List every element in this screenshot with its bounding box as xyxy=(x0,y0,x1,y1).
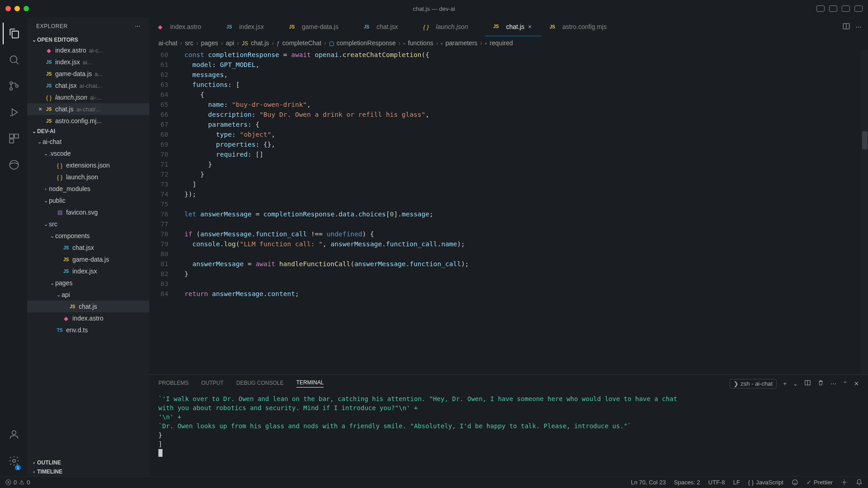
editor-tab[interactable]: ◆index.astro× xyxy=(149,17,218,36)
explorer-icon[interactable] xyxy=(3,23,24,44)
more-actions-icon[interactable]: ⋯ xyxy=(856,24,862,30)
extensions-icon[interactable] xyxy=(3,128,24,149)
breadcrumb-item[interactable]: ▢ completionResponse xyxy=(329,39,396,47)
toggle-primary-sidebar-icon[interactable] xyxy=(816,5,825,12)
breadcrumb-item[interactable]: ▫ functions xyxy=(403,39,433,47)
maximize-window-button[interactable] xyxy=(24,6,29,11)
code-line[interactable]: } xyxy=(176,169,868,179)
breadcrumb-item[interactable]: ▫ required xyxy=(485,39,513,47)
open-editor-item[interactable]: ×JSchat.jsxai-chat... xyxy=(27,80,149,91)
customize-layout-icon[interactable] xyxy=(854,5,863,12)
open-editor-item[interactable]: ×{ }launch.jsonai-... xyxy=(27,91,149,103)
open-editor-item[interactable]: ×JSgame-data.jsa... xyxy=(27,68,149,80)
kill-terminal-icon[interactable] xyxy=(817,379,824,388)
terminal-dropdown-icon[interactable]: ⌄ xyxy=(793,380,798,387)
toggle-secondary-sidebar-icon[interactable] xyxy=(842,5,850,12)
search-icon[interactable] xyxy=(3,49,24,71)
open-editor-item[interactable]: ×◆index.astroai-c... xyxy=(27,44,149,56)
cursor-position[interactable]: Ln 70, Col 23 xyxy=(631,479,666,486)
editor-tab[interactable]: JSchat.js× xyxy=(485,17,541,36)
breadcrumbs[interactable]: ai-chat›src›pages›api›JS chat.js›ƒ compl… xyxy=(149,36,868,50)
editor-tab[interactable]: JSastro.config.mjs× xyxy=(542,17,624,36)
folder-item[interactable]: ⌄pages xyxy=(27,277,149,289)
close-editor-icon[interactable]: × xyxy=(36,105,44,113)
terminal-selector[interactable]: ❯ zsh - ai-chat xyxy=(730,379,777,388)
source-control-icon[interactable] xyxy=(3,75,24,97)
code-line[interactable]: return answerMessage.content; xyxy=(176,289,868,299)
code-line[interactable]: type: "object", xyxy=(176,129,868,139)
folder-item[interactable]: ›node_modules xyxy=(27,183,149,195)
editor-tab[interactable]: JSgame-data.js× xyxy=(281,17,356,36)
settings-icon[interactable]: 1 xyxy=(3,450,24,472)
file-item[interactable]: TSenv.d.ts xyxy=(27,324,149,336)
code-line[interactable]: } xyxy=(176,159,868,169)
close-tab-icon[interactable]: × xyxy=(528,23,535,30)
tab-debug-console[interactable]: DEBUG CONSOLE xyxy=(236,380,284,388)
indentation[interactable]: Spaces: 2 xyxy=(674,479,700,486)
editor-tab[interactable]: JSindex.jsx× xyxy=(218,17,281,36)
code-content[interactable]: const completionResponse = await openai.… xyxy=(176,50,868,374)
open-editor-item[interactable]: ×JSastro.config.mj... xyxy=(27,115,149,127)
accounts-icon[interactable] xyxy=(3,424,24,445)
editor-tab[interactable]: { }launch.json× xyxy=(415,17,485,36)
file-item[interactable]: JSindex.jsx xyxy=(27,265,149,277)
close-panel-icon[interactable]: ✕ xyxy=(854,380,859,387)
run-debug-icon[interactable] xyxy=(3,101,24,123)
file-item[interactable]: ▧favicon.svg xyxy=(27,206,149,218)
code-line[interactable]: required: [] xyxy=(176,149,868,159)
code-line[interactable]: functions: [ xyxy=(176,80,868,90)
folder-item[interactable]: ⌄.vscode xyxy=(27,148,149,159)
eol[interactable]: LF xyxy=(733,479,740,486)
code-line[interactable]: description: "Buy Dr. Owen a drink or re… xyxy=(176,110,868,120)
tab-output[interactable]: OUTPUT xyxy=(201,380,224,388)
code-line[interactable]: messages, xyxy=(176,70,868,80)
code-line[interactable]: parameters: { xyxy=(176,120,868,129)
split-editor-icon[interactable] xyxy=(842,22,850,32)
timeline-header[interactable]: › TIMELINE xyxy=(27,467,149,476)
breadcrumb-item[interactable]: api xyxy=(226,39,234,47)
minimap[interactable] xyxy=(861,50,868,374)
open-editor-item[interactable]: ×JSchat.jsai-chat/... xyxy=(27,103,149,115)
language-mode[interactable]: { } JavaScript xyxy=(748,479,783,486)
code-line[interactable] xyxy=(176,249,868,259)
prettier-status[interactable]: ✓ Prettier xyxy=(806,479,833,486)
breadcrumb-item[interactable]: ƒ completeChat xyxy=(277,39,321,47)
breadcrumb-item[interactable]: ▫ parameters xyxy=(441,39,477,47)
close-window-button[interactable] xyxy=(5,6,11,11)
editor-tab[interactable]: JSchat.jsx× xyxy=(356,17,415,36)
code-line[interactable]: properties: {}, xyxy=(176,139,868,149)
code-editor[interactable]: 6061626364656667686970717273747576777879… xyxy=(149,50,868,374)
encoding[interactable]: UTF-8 xyxy=(708,479,725,486)
breadcrumb-item[interactable]: pages xyxy=(201,39,218,47)
folder-item[interactable]: ⌄components xyxy=(27,230,149,242)
code-line[interactable]: name: "buy-dr-owen-drink", xyxy=(176,100,868,110)
terminal-body[interactable]: `'I walk over to Dr. Owen and lean on th… xyxy=(149,392,868,476)
code-line[interactable]: ] xyxy=(176,179,868,189)
file-item[interactable]: { }extensions.json xyxy=(27,159,149,171)
file-item[interactable]: JSchat.js xyxy=(27,301,149,312)
toggle-panel-icon[interactable] xyxy=(829,5,837,12)
code-line[interactable]: if (answerMessage.function_call !== unde… xyxy=(176,229,868,239)
tab-terminal[interactable]: TERMINAL xyxy=(296,379,324,388)
sidebar-more-icon[interactable]: ⋯ xyxy=(135,23,141,29)
code-line[interactable] xyxy=(176,219,868,229)
code-line[interactable]: let answerMessage = completionResponse.d… xyxy=(176,209,868,219)
folder-item[interactable]: ⌄src xyxy=(27,218,149,230)
code-line[interactable] xyxy=(176,199,868,209)
minimize-window-button[interactable] xyxy=(14,6,20,11)
folder-item[interactable]: ⌄api xyxy=(27,289,149,301)
code-line[interactable] xyxy=(176,279,868,289)
outline-header[interactable]: › OUTLINE xyxy=(27,458,149,467)
file-item[interactable]: ◆index.astro xyxy=(27,312,149,324)
more-terminal-icon[interactable]: ⋯ xyxy=(830,380,836,387)
split-terminal-icon[interactable] xyxy=(804,379,811,388)
tab-problems[interactable]: PROBLEMS xyxy=(158,380,189,388)
open-editors-header[interactable]: ⌄ OPEN EDITORS xyxy=(27,35,149,44)
breadcrumb-item[interactable]: ai-chat xyxy=(158,39,177,47)
notifications-icon[interactable] xyxy=(856,479,863,486)
code-line[interactable]: model: GPT_MODEL, xyxy=(176,60,868,70)
live-share-icon[interactable] xyxy=(841,479,848,486)
edge-icon[interactable] xyxy=(3,154,24,176)
status-errors[interactable]: ⓧ 0 ⚠ 0 xyxy=(5,478,30,487)
file-item[interactable]: JSchat.jsx xyxy=(27,242,149,254)
